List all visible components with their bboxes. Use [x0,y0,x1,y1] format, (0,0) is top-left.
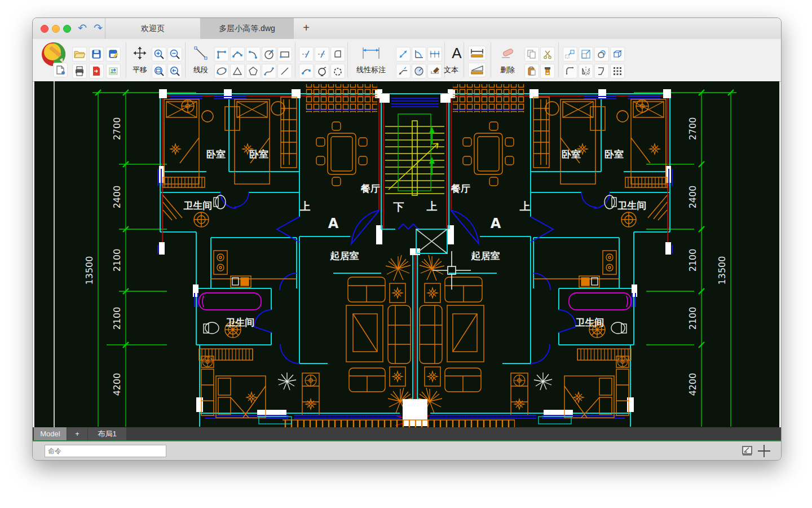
tab-layout1[interactable]: 布局1 [88,427,126,440]
svg-text:13500: 13500 [717,256,727,285]
save-icon [91,49,102,59]
delete-tool[interactable] [494,43,522,63]
polyline-tool[interactable] [214,47,229,62]
array-tool[interactable] [610,64,625,78]
save-as-button[interactable] [106,47,121,62]
svg-text:下: 下 [393,200,404,213]
zoom-out-button[interactable] [167,47,182,62]
zoom-button[interactable] [63,25,71,33]
zoom-out-icon [169,49,180,60]
export-pdf-button[interactable] [89,64,104,78]
paste-button[interactable] [524,64,539,78]
printer-icon [74,66,85,76]
offset-icon [596,49,607,60]
svg-text:13500: 13500 [84,256,95,285]
scale-tool[interactable] [579,47,593,62]
circle-mark-icon [316,65,328,77]
mirror-tool[interactable] [579,64,593,78]
linear-dim-tool[interactable] [355,43,387,63]
fillet-tool[interactable] [563,64,577,78]
ellipse-tool[interactable] [214,64,229,78]
crosshair-icon [757,444,771,458]
delete-tool-label: 删除 [492,65,523,75]
aligned-dim-tool[interactable] [396,47,411,62]
svg-text:餐厅: 餐厅 [360,183,380,194]
save-as-icon [108,49,118,59]
move-tool[interactable] [563,47,577,62]
polyline-icon [216,49,227,60]
tab-model[interactable]: Model [34,427,67,440]
new-tab-button[interactable]: + [295,18,317,39]
minimize-button[interactable] [52,25,60,33]
main-toolbar: 平移 [33,39,781,82]
tab-welcome[interactable]: 欢迎页 [105,18,201,39]
angular-dim-tool[interactable] [412,47,426,62]
curve-edit-tool[interactable] [299,64,314,78]
chamfer-tool[interactable] [594,64,609,78]
ellipse-icon [216,65,227,77]
export-image-button[interactable] [106,64,121,78]
triangle-tool[interactable] [230,64,245,78]
extend-tool[interactable] [315,47,329,62]
snap-toggle-button[interactable] [740,444,754,458]
spline-tool[interactable] [262,64,276,78]
box-tool[interactable] [610,47,625,62]
rectangle-tool[interactable] [277,47,292,62]
leader-tool[interactable] [396,64,411,78]
cut-button[interactable] [540,47,555,62]
svg-text:2400: 2400 [112,186,122,209]
revision-cloud-tool[interactable] [330,64,345,78]
image-export-icon [108,66,118,76]
extend-icon [316,49,328,60]
print-button[interactable] [72,64,87,78]
offset-tool[interactable] [594,47,609,62]
radius-dim-tool[interactable] [412,64,426,78]
undo-button[interactable]: ↶ [76,21,89,35]
arc-3pt-icon [232,49,243,60]
line-tool-label: 线段 [186,65,215,75]
command-input[interactable] [45,445,166,457]
circle-tool[interactable] [262,47,276,62]
crosshair-toggle-button[interactable] [757,444,771,458]
polygon-tool[interactable] [246,64,261,78]
line-icon [193,46,208,60]
save-button[interactable] [89,47,104,62]
svg-text:2700: 2700 [112,117,122,141]
command-bar [33,441,781,460]
eraser-icon [500,46,517,60]
linear-dim-icon [361,45,381,61]
triangle-icon [232,65,243,77]
tab-document[interactable]: 多层小高等.dwg [200,18,294,39]
mirror-icon [580,65,592,77]
linear-dim-label: 线性标注 [348,65,394,75]
zoom-in-button[interactable] [152,47,166,62]
segment-icon [279,65,290,77]
zoom-previous-icon [169,65,180,77]
region-tool[interactable] [330,47,345,62]
arc-tool[interactable] [246,47,261,62]
svg-text:4200: 4200 [687,373,698,396]
dim-bar-tool[interactable] [468,46,486,60]
line-tool[interactable] [188,45,213,62]
copy-button[interactable] [524,47,539,62]
arc-3pt-tool[interactable] [230,47,245,62]
pan-tool[interactable] [130,45,150,62]
segment-tool[interactable] [277,64,292,78]
close-button[interactable] [41,25,48,33]
zoom-previous-button[interactable] [167,64,182,78]
open-file-button[interactable] [72,47,87,62]
new-file-button[interactable] [53,63,68,77]
zoom-window-button[interactable] [152,64,166,78]
slope-tool[interactable] [468,63,486,77]
redo-button[interactable]: ↷ [91,21,105,35]
add-layout-button[interactable]: + [67,427,87,440]
format-painter-icon [542,66,553,76]
paste-icon [527,66,537,76]
trim-tool[interactable] [299,47,314,62]
svg-text:卧室: 卧室 [604,148,624,160]
elevator [416,229,447,253]
pdf-icon [91,66,102,76]
format-painter-button[interactable] [540,64,555,78]
circle-mark-tool[interactable] [315,64,329,78]
drawing-canvas[interactable]: 卧室 卧室 卧室 卧室 卫生间 卫生间 餐厅 餐厅 起居室 起居室 卫生间 卫生… [34,81,779,427]
